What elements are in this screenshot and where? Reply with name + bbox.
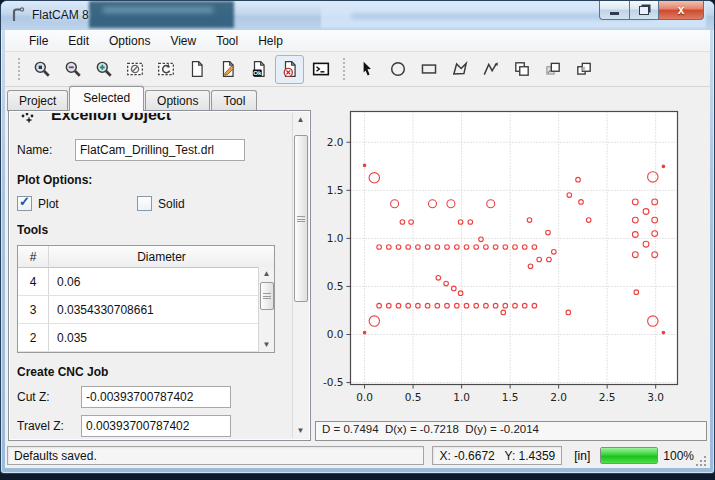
new-file-button[interactable]	[182, 55, 211, 84]
close-button[interactable]: x	[658, 1, 704, 20]
copy-paste-tool-icon	[544, 60, 562, 78]
svg-text:2.5: 2.5	[599, 391, 616, 403]
menu-file[interactable]: File	[19, 31, 58, 51]
tab-selected[interactable]: Selected	[69, 86, 144, 111]
cut-z-label: Cut Z:	[17, 390, 81, 404]
app-icon	[10, 7, 26, 23]
scroll-up-icon[interactable]: ▲	[259, 267, 274, 281]
svg-text:3.0: 3.0	[647, 391, 664, 403]
units-label: [in]	[574, 449, 590, 463]
col-header-num: #	[18, 246, 49, 267]
name-input[interactable]	[75, 139, 245, 161]
menu-help[interactable]: Help	[248, 31, 293, 51]
polygon-tool-button[interactable]	[445, 55, 474, 84]
tab-options[interactable]: Options	[145, 90, 210, 111]
replot-button[interactable]	[151, 55, 180, 84]
clear-plot-button[interactable]	[120, 55, 149, 84]
tools-label: Tools	[17, 223, 288, 237]
minimize-icon	[610, 12, 619, 15]
restore-button[interactable]	[630, 1, 658, 20]
zoom-out-icon	[64, 60, 82, 78]
minimize-button[interactable]	[599, 1, 630, 20]
union-tool-button[interactable]	[569, 55, 598, 84]
shell-button[interactable]	[306, 55, 335, 84]
union-tool-icon	[575, 60, 593, 78]
svg-text:2.0: 2.0	[550, 391, 567, 403]
status-bar: Defaults saved. X: -0.6672 Y: 1.4359 [in…	[5, 443, 710, 468]
zoom-button[interactable]	[27, 55, 56, 84]
col-header-diameter: Diameter	[49, 250, 274, 264]
menu-edit[interactable]: Edit	[58, 31, 99, 51]
table-row[interactable]: 20.035	[18, 324, 274, 352]
tool-diameter[interactable]: 0.0354330708661	[49, 303, 274, 317]
delete-file-button[interactable]	[275, 55, 304, 84]
cut-z-input[interactable]	[81, 386, 231, 408]
tool-number: 4	[18, 268, 49, 295]
panel-scrollbar-thumb[interactable]	[294, 135, 308, 302]
plot-options-label: Plot Options:	[17, 173, 288, 187]
new-file-icon	[188, 60, 206, 78]
tab-tool[interactable]: Tool	[211, 90, 257, 111]
svg-text:1.0: 1.0	[327, 232, 344, 244]
ok-file-button[interactable]: Ok	[244, 55, 273, 84]
rectangle-tool-button[interactable]	[414, 55, 443, 84]
progress-percent: 100%	[663, 449, 694, 463]
svg-text:1.5: 1.5	[327, 184, 344, 196]
close-icon: x	[678, 3, 685, 17]
tool-number: 3	[18, 296, 49, 323]
table-scrollbar-thumb[interactable]	[260, 282, 274, 310]
plot-canvas[interactable]: 0.00.51.01.52.02.53.02.01.51.00.50.0-0.5	[313, 87, 710, 419]
edit-file-button[interactable]	[213, 55, 242, 84]
solid-checkbox[interactable]: Solid	[137, 196, 257, 211]
table-header: #Diameter	[18, 246, 274, 268]
svg-text:0.0: 0.0	[327, 328, 344, 340]
menu-bar: FileEditOptionsViewToolHelp	[5, 30, 710, 52]
zoom-in-button[interactable]	[89, 55, 118, 84]
table-row[interactable]: 30.0354330708661	[18, 296, 274, 324]
toolbar-separator[interactable]	[341, 58, 346, 80]
path-tool-button[interactable]	[476, 55, 505, 84]
tool-diameter[interactable]: 0.035	[49, 331, 274, 345]
pointer-button[interactable]	[352, 55, 381, 84]
tab-bar: ProjectSelectedOptionsTool	[7, 87, 313, 111]
zoom-in-icon	[95, 60, 113, 78]
travel-z-input[interactable]	[81, 415, 231, 437]
tool-diameter[interactable]: 0.06	[49, 275, 274, 289]
background-window-glimpse-dark	[89, 1, 234, 28]
copy-paste-tool-button[interactable]	[538, 55, 567, 84]
title-bar[interactable]: FlatCAM 8 x	[1, 1, 714, 30]
edit-file-icon	[219, 60, 237, 78]
menu-view[interactable]: View	[160, 31, 206, 51]
table-scrollbar[interactable]: ▲ ▼	[258, 267, 274, 352]
flatcam-window: FlatCAM 8 x FileEditOptionsViewToolHelp …	[1, 1, 714, 473]
polygon-tool-icon	[451, 60, 469, 78]
scroll-down-icon[interactable]: ▼	[293, 424, 308, 438]
copy-tool-button[interactable]	[507, 55, 536, 84]
tools-table[interactable]: #Diameter40.0630.035433070866120.035 ▲ ▼	[17, 245, 275, 353]
tab-project[interactable]: Project	[7, 90, 68, 111]
circle-tool-button[interactable]	[383, 55, 412, 84]
svg-text:0.5: 0.5	[327, 280, 344, 292]
scroll-up-icon[interactable]: ▲	[293, 113, 308, 127]
check-icon: ✓	[19, 194, 30, 209]
selected-panel: Excellon Object Name: Plot Options: ✓ Pl…	[8, 110, 311, 441]
replot-icon	[157, 60, 175, 78]
svg-text:Ok: Ok	[253, 69, 262, 76]
zoom-icon	[33, 60, 51, 78]
menu-options[interactable]: Options	[99, 31, 160, 51]
toolbar-separator[interactable]	[16, 58, 21, 80]
scroll-down-icon[interactable]: ▼	[259, 338, 274, 352]
zoom-out-button[interactable]	[58, 55, 87, 84]
svg-text:0.5: 0.5	[405, 391, 422, 403]
panel-scrollbar[interactable]: ▲ ▼	[292, 113, 308, 438]
circle-tool-icon	[389, 60, 407, 78]
delete-file-icon	[281, 60, 299, 78]
plot-checkbox[interactable]: ✓ Plot	[17, 196, 137, 211]
svg-text:-0.5: -0.5	[323, 376, 344, 388]
menu-tool[interactable]: Tool	[206, 31, 248, 51]
solid-checkbox-label: Solid	[158, 197, 185, 211]
table-row[interactable]: 40.06	[18, 268, 274, 296]
resize-grip[interactable]	[694, 454, 708, 468]
toolbar: Ok	[5, 52, 710, 87]
copy-tool-icon	[513, 60, 531, 78]
